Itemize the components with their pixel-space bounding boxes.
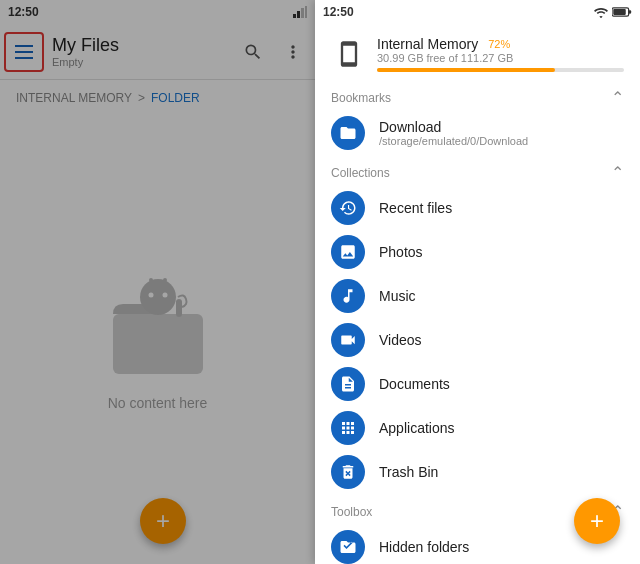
breadcrumb-root: INTERNAL MEMORY (16, 91, 132, 105)
svg-point-7 (162, 293, 167, 298)
svg-rect-15 (629, 10, 632, 13)
applications-item-label: Applications (379, 420, 455, 436)
download-label-group: Download /storage/emulated/0/Download (379, 119, 528, 147)
svg-point-5 (140, 279, 176, 315)
recent-item-label: Recent files (379, 200, 452, 216)
clock-icon (339, 199, 357, 217)
collections-label: Collections (331, 166, 390, 180)
svg-rect-3 (305, 6, 307, 18)
sidebar-item-documents[interactable]: Documents (315, 362, 640, 406)
trash-icon (339, 463, 357, 481)
main-status-icons (293, 6, 307, 18)
app-name: My Files (52, 35, 235, 56)
sidebar-item-music[interactable]: Music (315, 274, 640, 318)
storage-size: 30.99 GB free of 111.27 GB (377, 52, 624, 64)
breadcrumb-current: FOLDER (151, 91, 200, 105)
sidebar-time: 12:50 (323, 5, 354, 19)
header-actions (235, 34, 311, 70)
search-button[interactable] (235, 34, 271, 70)
sidebar-fab-button[interactable]: + (574, 498, 620, 544)
storage-icon (331, 36, 367, 72)
empty-state-text: No content here (108, 395, 208, 411)
bookmarks-label: Bookmarks (331, 91, 391, 105)
documents-item-label: Documents (379, 376, 450, 392)
storage-info: Internal Memory 72% 30.99 GB free of 111… (377, 36, 624, 72)
breadcrumb-separator: > (138, 91, 145, 105)
bookmarks-section-header: Bookmarks ⌃ (315, 80, 640, 111)
main-status-bar: 12:50 (0, 0, 315, 24)
main-fab-button[interactable]: + (140, 498, 186, 544)
documents-icon-circle (331, 367, 365, 401)
apps-icon (339, 419, 357, 437)
storage-progress-fill (377, 68, 555, 72)
hamburger-icon (15, 45, 33, 59)
hidden-icon-circle (331, 530, 365, 564)
svg-point-10 (149, 278, 153, 282)
main-panel: 12:50 My Files Empty INTERNAL MEMORY > F… (0, 0, 315, 564)
music-icon-circle (331, 279, 365, 313)
signal-icon (293, 6, 307, 18)
applications-icon-circle (331, 411, 365, 445)
download-path: /storage/emulated/0/Download (379, 135, 528, 147)
main-content-area: No content here (0, 116, 315, 564)
sidebar-status-bar: 12:50 (315, 0, 640, 24)
wifi-icon (594, 6, 608, 18)
collections-section-header: Collections ⌃ (315, 155, 640, 186)
photos-item-label: Photos (379, 244, 423, 260)
recent-icon-circle (331, 191, 365, 225)
trash-icon-circle (331, 455, 365, 489)
more-options-button[interactable] (275, 34, 311, 70)
storage-name: Internal Memory (377, 36, 478, 52)
main-time: 12:50 (8, 5, 39, 19)
collections-chevron: ⌃ (611, 163, 624, 182)
sidebar-item-applications[interactable]: Applications (315, 406, 640, 450)
trash-item-label: Trash Bin (379, 464, 438, 480)
videos-icon-circle (331, 323, 365, 357)
svg-point-11 (163, 278, 167, 282)
svg-rect-0 (293, 14, 296, 18)
sidebar-item-trash[interactable]: Trash Bin (315, 450, 640, 494)
empty-state-icon (98, 269, 218, 379)
battery-icon (612, 6, 632, 18)
breadcrumb: INTERNAL MEMORY > FOLDER (0, 80, 315, 116)
sidebar-item-download[interactable]: Download /storage/emulated/0/Download (315, 111, 640, 155)
menu-button[interactable] (4, 32, 44, 72)
svg-rect-14 (613, 9, 626, 15)
music-icon (339, 287, 357, 305)
sidebar-item-videos[interactable]: Videos (315, 318, 640, 362)
svg-rect-1 (297, 11, 300, 18)
download-item-label: Download (379, 119, 528, 135)
folder-icon (339, 124, 357, 142)
hidden-folder-icon (339, 538, 357, 556)
doc-icon (339, 375, 357, 393)
videos-item-label: Videos (379, 332, 422, 348)
search-icon (243, 42, 263, 62)
storage-progress-bar (377, 68, 624, 72)
svg-point-6 (148, 293, 153, 298)
hidden-item-label: Hidden folders (379, 539, 469, 555)
app-header: My Files Empty (0, 24, 315, 80)
svg-rect-12 (176, 299, 182, 317)
svg-rect-4 (113, 314, 203, 374)
storage-header: Internal Memory 72% 30.99 GB free of 111… (315, 24, 640, 80)
sidebar-drawer: 12:50 Internal Memory 72% 30.99 GB free … (315, 0, 640, 564)
phone-storage-icon (335, 40, 363, 68)
image-icon (339, 243, 357, 261)
sidebar-status-icons (594, 6, 632, 18)
storage-percent: 72% (488, 38, 510, 50)
sidebar-item-photos[interactable]: Photos (315, 230, 640, 274)
header-title-group: My Files Empty (52, 35, 235, 68)
video-icon (339, 331, 357, 349)
svg-rect-2 (301, 8, 304, 18)
more-icon (283, 42, 303, 62)
app-subtitle: Empty (52, 56, 235, 68)
toolbox-label: Toolbox (331, 505, 372, 519)
music-item-label: Music (379, 288, 416, 304)
download-icon-circle (331, 116, 365, 150)
photos-icon-circle (331, 235, 365, 269)
bookmarks-chevron: ⌃ (611, 88, 624, 107)
sidebar-item-recent[interactable]: Recent files (315, 186, 640, 230)
